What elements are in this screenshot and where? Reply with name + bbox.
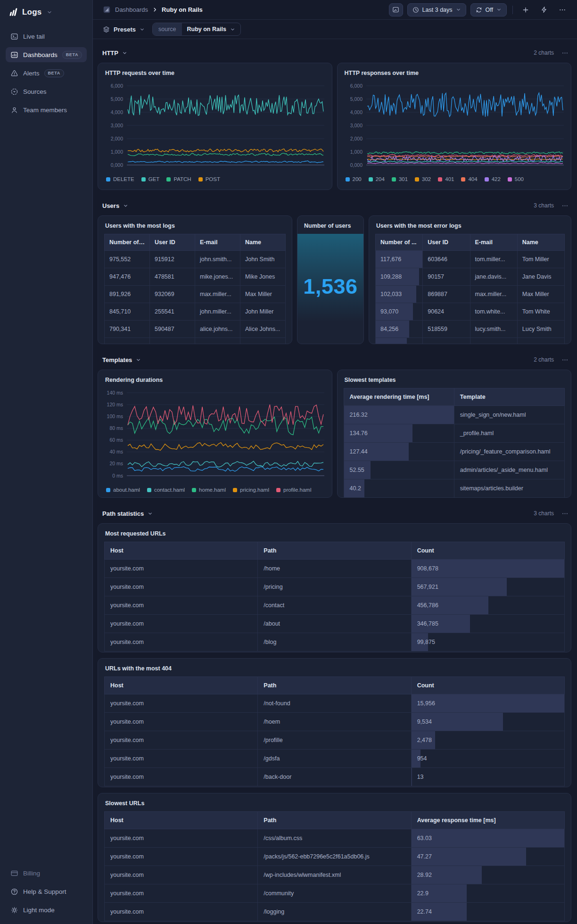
legend-item[interactable]: 401 <box>438 176 454 182</box>
section-path-statistics-toggle[interactable]: Path statistics <box>102 510 153 517</box>
sidebar-item-team-members[interactable]: Team members <box>6 102 87 117</box>
cell-value: 456,786 <box>417 602 438 609</box>
legend-swatch <box>276 488 280 492</box>
cell-value: /logging <box>264 908 284 915</box>
cell-value: 845,710 <box>109 308 131 315</box>
lightning-icon <box>541 6 548 13</box>
legend-item[interactable]: 200 <box>346 176 362 182</box>
legend-item[interactable]: about.haml <box>106 487 140 493</box>
team-members-icon <box>10 106 18 114</box>
section-http-toggle[interactable]: HTTP <box>102 50 127 57</box>
section-menu-icon[interactable] <box>561 510 569 517</box>
table-cell: 498594 <box>150 338 195 345</box>
section-templates-toggle[interactable]: Templates <box>102 356 141 363</box>
sidebar-item-label: Live tail <box>23 33 45 40</box>
cell-value: yoursite.com <box>110 639 144 645</box>
cell-value: yoursite.com <box>110 584 144 590</box>
sidebar-item-help-support[interactable]: Help & Support <box>6 884 87 899</box>
actions-button[interactable] <box>537 3 551 16</box>
table-row: 127.44/pricing/_feature_comparison.haml <box>344 443 565 461</box>
table-title: Most requested URLs <box>105 530 565 537</box>
workspace-chevron-icon[interactable] <box>47 9 52 15</box>
cell-value: yoursite.com <box>110 853 144 860</box>
column-header: User ID <box>423 234 470 251</box>
table-cell: 790,341 <box>105 321 150 338</box>
table-cell: max.miller... <box>195 286 240 303</box>
table-cell: yoursite.com <box>105 750 258 768</box>
cell-value: alice.bro... <box>200 343 227 344</box>
alerts-icon <box>10 69 18 77</box>
section-users-toggle[interactable]: Users <box>102 202 128 209</box>
source-filter[interactable]: source Ruby on Rails <box>152 23 241 36</box>
refresh-dropdown[interactable]: Off <box>470 3 507 16</box>
legend-item[interactable]: DELETE <box>106 176 134 182</box>
legend-item[interactable]: 422 <box>485 176 501 182</box>
table-row: yoursite.com/home908,678 <box>105 560 565 578</box>
sidebar-item-dashboards[interactable]: Dashboards BETA <box>6 47 87 62</box>
table-cell: 567,921 <box>411 578 564 596</box>
sidebar-item-live-tail[interactable]: Live tail <box>6 29 87 44</box>
legend-label: 404 <box>468 176 477 182</box>
table-row: 109,28890157jane.davis...Jane Davis <box>376 268 565 286</box>
cell-value: single_sign_on/new.haml <box>460 412 526 418</box>
card-slowest-urls: Slowest URLs HostPathAverage response ti… <box>98 793 571 922</box>
cell-value: Tom White <box>522 308 550 315</box>
cell-value: yoursite.com <box>110 620 144 627</box>
cell-value: 478581 <box>155 273 174 280</box>
sidebar-item-alerts[interactable]: Alerts BETA <box>6 66 87 81</box>
legend-item[interactable]: PATCH <box>166 176 191 182</box>
cell-value: mike.jones... <box>200 273 233 280</box>
legend-swatch <box>233 488 237 492</box>
legend-item[interactable]: GET <box>141 176 160 182</box>
legend-item[interactable]: 301 <box>392 176 408 182</box>
svg-text:120 ms: 120 ms <box>107 402 123 407</box>
cell-value: alice.johns... <box>200 326 232 332</box>
cell-value: Mike Jones <box>245 273 275 280</box>
table-cell: /about <box>258 615 411 633</box>
cell-value: 127.44 <box>350 448 368 455</box>
table-cell: 603646 <box>423 251 470 268</box>
cell-value: 78,094 <box>380 343 398 344</box>
cell-value: tom.miller... <box>475 256 505 263</box>
table-row: 78,094500010jane.b...Jane B... <box>376 338 565 345</box>
legend-item[interactable]: profile.haml <box>276 487 311 493</box>
breadcrumb-section[interactable]: Dashboards <box>115 6 148 13</box>
legend-item[interactable]: 500 <box>508 176 524 182</box>
section-menu-icon[interactable] <box>561 50 569 57</box>
legend-item[interactable]: pricing.haml <box>233 487 269 493</box>
table-row: 134.76_profile.haml <box>344 424 565 443</box>
svg-text:40 ms: 40 ms <box>109 449 123 454</box>
legend-item[interactable]: POST <box>198 176 220 182</box>
svg-text:2,000: 2,000 <box>111 136 123 141</box>
cell-value: Alice Johns... <box>245 326 280 332</box>
column-header: User ID <box>150 234 195 251</box>
cell-value: 603646 <box>428 256 447 263</box>
table-cell: /logging <box>258 903 411 921</box>
svg-text:6,000: 6,000 <box>350 83 362 89</box>
chart-card-http-responses: HTTP responses over time 6,0005,0004,000… <box>337 63 572 190</box>
slideshow-button[interactable] <box>389 3 403 16</box>
legend-swatch <box>508 177 512 182</box>
sidebar-item-billing[interactable]: Billing <box>6 866 87 881</box>
table-row: 84,256518559lucy.smith...Lucy Smith <box>376 321 565 338</box>
table-cell: yoursite.com <box>105 848 258 866</box>
table-cell: john.smith... <box>195 251 240 268</box>
presets-button[interactable]: Presets <box>103 26 145 33</box>
legend-label: 500 <box>515 176 524 182</box>
section-menu-icon[interactable] <box>561 202 569 209</box>
series-301 <box>367 152 563 154</box>
sidebar-item-label: Dashboards <box>23 51 58 58</box>
legend-item[interactable]: 302 <box>415 176 431 182</box>
svg-text:3,000: 3,000 <box>111 123 123 128</box>
legend-item[interactable]: 204 <box>369 176 385 182</box>
legend-item[interactable]: contact.haml <box>147 487 185 493</box>
section-menu-icon[interactable] <box>561 356 569 363</box>
time-range-dropdown[interactable]: Last 3 days <box>407 3 466 16</box>
sidebar-item-sources[interactable]: Sources <box>6 84 87 99</box>
more-button[interactable] <box>555 3 569 16</box>
legend-item[interactable]: 404 <box>461 176 477 182</box>
sidebar-item-light-mode[interactable]: Light mode <box>6 902 87 917</box>
add-button[interactable] <box>519 3 533 16</box>
card-most-requested-urls: Most requested URLs HostPathCountyoursit… <box>98 523 571 652</box>
legend-item[interactable]: home.haml <box>192 487 226 493</box>
